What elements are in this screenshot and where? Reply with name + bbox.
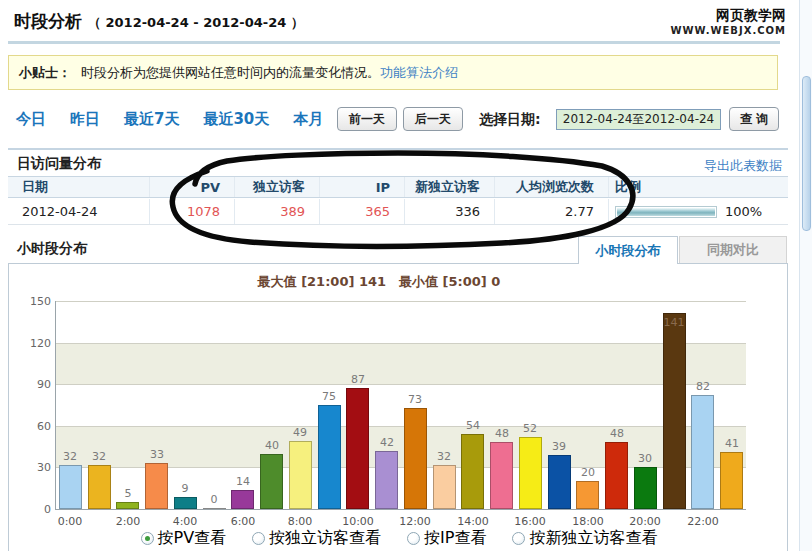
radio-circle-icon: [407, 532, 420, 545]
radio-unique-visitor-view[interactable]: 按独立访客查看: [252, 528, 381, 549]
header-divider: [8, 41, 780, 44]
table-row: 2012-04-2410783893653362.77100%: [8, 199, 788, 225]
ratio-progress-fill: [617, 208, 715, 216]
next-day-button[interactable]: 后一天: [403, 107, 463, 131]
y-axis-tick-label: 30: [17, 461, 51, 474]
x-axis-tick-label: 22:00: [683, 515, 723, 528]
x-axis-line: [56, 509, 746, 510]
ratio-percent-label: 100%: [725, 204, 762, 219]
table-cell-date: 2012-04-24: [8, 199, 149, 224]
grid-line: [56, 301, 746, 302]
bar-value-label: 5: [110, 487, 146, 500]
bar-23-00: [720, 452, 743, 509]
chart-max-min-title: 最大值 [21:00] 141 最小值 [5:00] 0: [9, 273, 749, 291]
site-logo-name: 网页教学网: [670, 7, 786, 25]
bar-6-00: [231, 490, 254, 509]
date-range-input[interactable]: [556, 109, 721, 130]
column-header-avg-pageviews: 人均浏览次数: [494, 177, 608, 197]
x-axis-tick-label: 0:00: [50, 515, 90, 528]
bar-1-00: [88, 465, 111, 509]
x-axis-tick-label: 18:00: [568, 515, 608, 528]
bar-20-00: [634, 467, 657, 509]
tip-label: 小贴士：: [19, 64, 71, 82]
nav-link-last-30-days[interactable]: 最近30天: [203, 110, 269, 129]
radio-circle-icon: [252, 532, 265, 545]
table-cell-new-unique-visitors: 336: [404, 199, 494, 224]
bar-15-00: [490, 442, 513, 509]
radio-label: 按PV查看: [158, 528, 227, 549]
nav-link-today[interactable]: 今日: [16, 110, 46, 129]
radio-label: 按独立访客查看: [269, 528, 381, 549]
bar-22-00: [691, 395, 714, 509]
bar-value-label: 41: [714, 437, 750, 450]
grid-band: [56, 343, 746, 385]
ratio-progress-bar: [615, 206, 717, 218]
x-axis-tick-label: 10:00: [338, 515, 378, 528]
bar-value-label: 82: [685, 380, 721, 393]
radio-ip-view[interactable]: 按IP查看: [407, 528, 486, 549]
x-axis-tick-label: 16:00: [510, 515, 550, 528]
hourly-section-title: 小时段分布: [17, 240, 87, 258]
y-axis-tick-label: 150: [17, 295, 51, 308]
bar-value-label: 52: [512, 422, 548, 435]
bar-19-00: [605, 442, 628, 509]
tab-hourly-distribution[interactable]: 小时段分布: [578, 236, 678, 264]
bar-value-label: 42: [369, 436, 405, 449]
export-table-link[interactable]: 导出此表数据: [704, 157, 782, 175]
column-header-ratio: 比例: [608, 177, 788, 197]
bar-21-00: [663, 313, 686, 509]
bar-value-label: 14: [225, 475, 261, 488]
x-axis-tick-label: 2:00: [108, 515, 148, 528]
radio-circle-icon: [512, 532, 525, 545]
bar-4-00: [174, 497, 197, 509]
hourly-bar-chart: 最大值 [21:00] 141 最小值 [5:00] 0 32325339014…: [8, 263, 788, 551]
date-nav-bar: 今日昨日最近7天最近30天本月 前一天 后一天 选择日期: 查 询: [0, 106, 790, 134]
tip-box: 小贴士： 时段分析为您提供网站任意时间内的流量变化情况。 功能算法介绍: [8, 55, 778, 90]
nav-link-last-7-days[interactable]: 最近7天: [124, 110, 179, 129]
y-axis-tick-label: 0: [17, 503, 51, 516]
bar-8-00: [289, 441, 312, 509]
site-logo: 网页教学网 WWW.WEBJX.COM: [670, 7, 786, 36]
scrollbar-thumb[interactable]: [802, 76, 811, 231]
bar-value-label: 32: [81, 450, 117, 463]
tab-period-comparison[interactable]: 同期对比: [679, 236, 787, 264]
chart-plot-area: 3232533901440497587427332544852392048301…: [56, 301, 746, 509]
bar-0-00: [59, 465, 82, 509]
radio-pv-view[interactable]: 按PV查看: [141, 528, 227, 549]
bar-14-00: [461, 434, 484, 509]
bar-18-00: [576, 481, 599, 509]
page-title: 时段分析: [14, 10, 82, 33]
y-axis-tick-label: 60: [17, 420, 51, 433]
metric-radio-group: 按PV查看按独立访客查看按IP查看按新独立访客查看: [9, 528, 789, 549]
bar-3-00: [145, 463, 168, 509]
tip-feature-link[interactable]: 功能算法介绍: [380, 64, 458, 82]
prev-day-button[interactable]: 前一天: [337, 107, 397, 131]
radio-label: 按IP查看: [424, 528, 486, 549]
x-axis-tick-label: 12:00: [395, 515, 435, 528]
bar-7-00: [260, 454, 283, 509]
bar-value-label: 0: [196, 493, 232, 506]
site-logo-domain: WWW.WEBJX.COM: [670, 25, 786, 36]
grid-line: [56, 343, 746, 344]
radio-new-unique-visitor-view[interactable]: 按新独立访客查看: [512, 528, 657, 549]
quick-range-links: 今日昨日最近7天最近30天本月: [16, 110, 323, 129]
table-cell-avg-pageviews: 2.77: [494, 199, 608, 224]
query-button[interactable]: 查 询: [729, 107, 779, 131]
y-axis-tick-label: 120: [17, 337, 51, 350]
grid-line: [56, 384, 746, 385]
bar-value-label: 48: [599, 427, 635, 440]
y-axis-tick-label: 90: [17, 378, 51, 391]
tip-text: 时段分析为您提供网站任意时间内的流量变化情况。: [81, 64, 380, 82]
nav-link-this-month[interactable]: 本月: [293, 110, 323, 129]
bar-value-label: 33: [139, 448, 175, 461]
nav-link-yesterday[interactable]: 昨日: [70, 110, 100, 129]
bar-value-label: 73: [397, 393, 433, 406]
bar-value-label: 30: [627, 452, 663, 465]
column-header-ip: IP: [319, 177, 404, 197]
bar-12-00: [404, 408, 427, 509]
bar-value-label: 20: [570, 466, 606, 479]
radio-label: 按新独立访客查看: [529, 528, 657, 549]
x-axis-tick-label: 20:00: [625, 515, 665, 528]
bar-17-00: [548, 455, 571, 509]
y-axis-line: [55, 301, 56, 510]
